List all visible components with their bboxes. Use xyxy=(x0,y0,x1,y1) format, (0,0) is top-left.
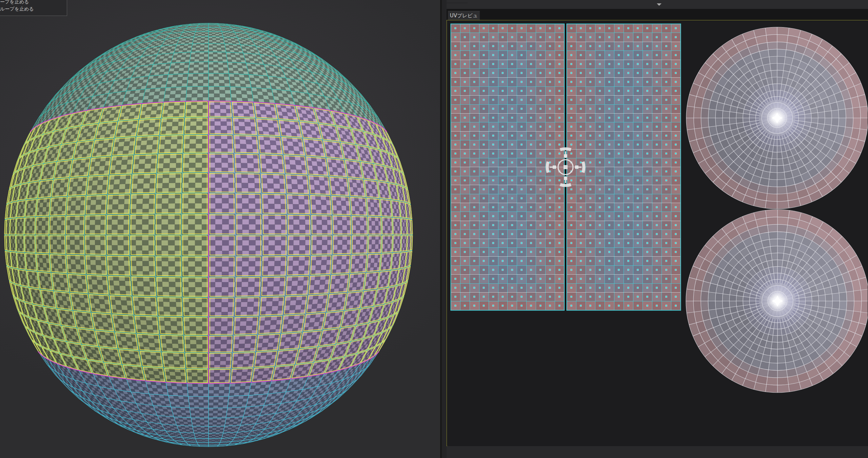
dock-bottom-margin xyxy=(447,446,868,458)
splitter-groove xyxy=(440,0,442,458)
dock-bar-notch xyxy=(447,3,468,3)
dock-tab-strip: UVプレビュー xyxy=(447,9,868,20)
collapse-triangle-icon[interactable] xyxy=(657,3,662,6)
app-window: ープを止める ループを止める UVプレビュー xyxy=(0,0,868,458)
menu-item-stop-loop-2[interactable]: ループを止める xyxy=(0,5,67,13)
uv-preview-view[interactable] xyxy=(447,21,868,446)
panel-splitter[interactable] xyxy=(440,0,447,458)
sphere-3d-view[interactable] xyxy=(0,0,440,458)
3d-viewport[interactable]: ープを止める ループを止める xyxy=(0,0,440,458)
context-menu: ープを止める ループを止める xyxy=(0,0,67,16)
menu-item-stop-loop-1[interactable]: ープを止める xyxy=(0,0,67,5)
dock-top-bar xyxy=(447,0,868,9)
uv-preview-panel xyxy=(447,20,868,446)
tab-uv-preview[interactable]: UVプレビュー xyxy=(448,11,480,20)
uv-dock: UVプレビュー xyxy=(447,0,868,458)
